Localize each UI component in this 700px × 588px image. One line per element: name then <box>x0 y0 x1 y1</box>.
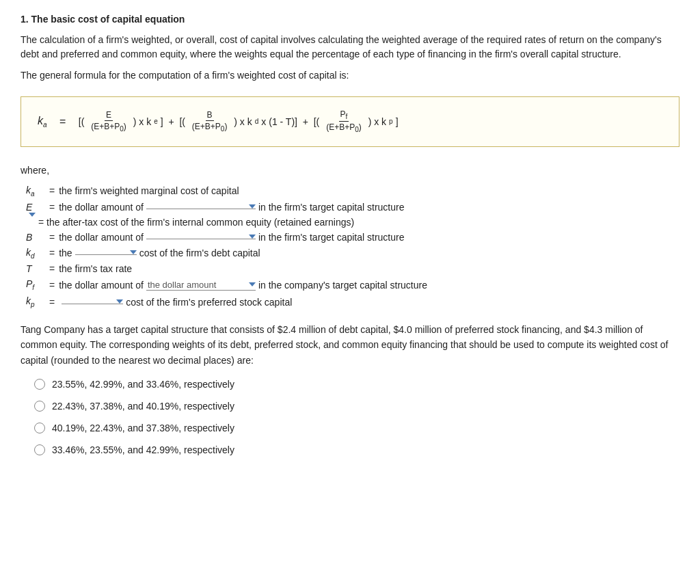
B-definition: B = the dollar amount of in the firm's t… <box>26 232 679 243</box>
radio-button-1[interactable] <box>34 379 45 390</box>
formula-term3: [( Pf(E+B+P0) ) x kp] <box>314 109 399 134</box>
radio-button-2[interactable] <box>34 401 45 412</box>
Pf-prefix: the dollar amount of <box>59 280 144 291</box>
tang-paragraph: Tang Company has a target capital struct… <box>21 322 679 368</box>
formula-lhs: ka <box>38 115 47 129</box>
kd-var: kd <box>26 247 45 260</box>
radio-label-3: 40.19%, 22.43%, and 37.38%, respectively <box>52 423 234 433</box>
formula-intro: The general formula for the computation … <box>21 68 679 83</box>
radio-button-4[interactable] <box>34 444 45 455</box>
ke-dropdown-arrow <box>29 213 36 228</box>
ka-definition: ka = the firm's weighted marginal cost o… <box>26 185 679 198</box>
radio-item-3[interactable]: 40.19%, 22.43%, and 37.38%, respectively <box>34 423 679 433</box>
radio-button-3[interactable] <box>34 423 45 433</box>
formula-equals: = <box>57 116 69 128</box>
B-var: B <box>26 232 45 243</box>
kp-dropdown[interactable] <box>62 299 123 304</box>
kd-eq: = <box>49 248 55 258</box>
B-dropdown[interactable] <box>146 235 256 239</box>
Pf-definition: Pf = the dollar amount of the dollar amo… <box>26 278 679 291</box>
E-suffix: in the firm's target capital structure <box>258 202 405 213</box>
kd-dropdown-arrow <box>130 250 137 254</box>
radio-options: 23.55%, 42.99%, and 33.46%, respectively… <box>34 379 679 455</box>
kp-suffix: cost of the firm's preferred stock capit… <box>126 297 292 308</box>
kd-suffix: cost of the firm's debt capital <box>139 248 260 258</box>
radio-item-4[interactable]: 33.46%, 23.55%, and 42.99%, respectively <box>34 444 679 455</box>
Pf-dropdown[interactable]: the dollar amount <box>146 280 256 291</box>
Pf-dropdown-arrow <box>249 282 256 286</box>
where-label: where, <box>21 163 679 178</box>
intro-paragraph: The calculation of a firm's weighted, or… <box>21 33 679 62</box>
T-eq: = <box>49 263 55 274</box>
ka-var: ka <box>26 185 45 198</box>
formula-plus2: + <box>297 116 314 127</box>
E-var: E <box>26 202 45 213</box>
Pf-var: Pf <box>26 278 45 291</box>
radio-item-2[interactable]: 22.43%, 37.38%, and 40.19%, respectively <box>34 401 679 412</box>
ke-definition: = the after-tax cost of the firm's inter… <box>26 217 679 228</box>
section-title: 1. The basic cost of capital equation <box>21 14 679 25</box>
Pf-eq: = <box>49 280 55 291</box>
ka-eq: = <box>49 185 55 196</box>
B-prefix: the dollar amount of <box>59 232 144 243</box>
kd-prefix: the <box>59 248 72 258</box>
where-section: where, ka = the firm's weighted marginal… <box>21 163 679 308</box>
ke-text: = the after-tax cost of the firm's inter… <box>38 217 354 228</box>
T-text: the firm's tax rate <box>59 263 132 274</box>
ka-text: the firm's weighted marginal cost of cap… <box>59 185 239 196</box>
kp-definition: kp = cost of the firm's preferred stock … <box>26 295 679 308</box>
radio-item-1[interactable]: 23.55%, 42.99%, and 33.46%, respectively <box>34 379 679 390</box>
E-definition: E = the dollar amount of in the firm's t… <box>26 202 679 213</box>
kp-eq: = <box>49 297 55 308</box>
kp-var: kp <box>26 295 45 308</box>
Pf-suffix: in the company's target capital structur… <box>258 280 427 291</box>
T-definition: T = the firm's tax rate <box>26 263 679 274</box>
T-var: T <box>26 263 45 274</box>
B-suffix: in the firm's target capital structure <box>258 232 405 243</box>
radio-label-2: 22.43%, 37.38%, and 40.19%, respectively <box>52 401 234 412</box>
Pf-dropdown-value: the dollar amount <box>146 280 246 290</box>
E-dropdown-arrow <box>249 204 256 209</box>
kd-dropdown[interactable] <box>75 250 137 255</box>
formula-box: ka = [( E(E+B+P0) ) x ke] + [( B(E+B+P0)… <box>21 96 679 147</box>
definition-list: ka = the firm's weighted marginal cost o… <box>26 185 679 308</box>
E-prefix: the dollar amount of <box>59 202 144 213</box>
formula-term1: [( E(E+B+P0) ) x ke] <box>79 110 163 133</box>
E-eq: = <box>49 202 55 213</box>
B-eq: = <box>49 232 55 243</box>
E-dropdown[interactable] <box>146 204 256 209</box>
radio-label-1: 23.55%, 42.99%, and 33.46%, respectively <box>52 379 234 390</box>
kp-dropdown-arrow <box>116 299 123 304</box>
formula-term2: [( B(E+B+P0) ) x kdx (1 - T)] <box>179 110 297 133</box>
radio-label-4: 33.46%, 23.55%, and 42.99%, respectively <box>52 444 234 455</box>
formula-plus1: + <box>163 116 180 127</box>
kd-definition: kd = the cost of the firm's debt capital <box>26 247 679 260</box>
B-dropdown-arrow <box>249 235 256 239</box>
